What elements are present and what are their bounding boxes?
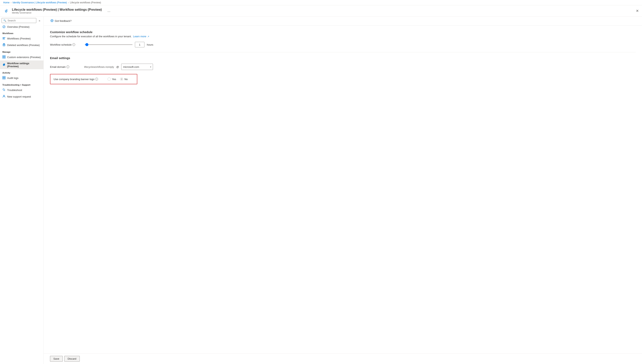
more-options-button[interactable]: ... [106,8,112,14]
svg-rect-13 [3,78,4,79]
feedback-icon [50,19,54,23]
sidebar-section-label-manage: Manage [0,48,44,54]
radio-yes-input[interactable] [108,78,111,81]
sidebar-item-label: Overview (Preview) [7,26,30,28]
dropdown-arrow-icon: ▾ [150,66,151,68]
sidebar-item-overview[interactable]: Overview (Preview) [0,24,44,30]
breadcrumb-sep-1: › [11,2,11,4]
svg-rect-2 [3,38,5,38]
gear-icon [4,9,8,13]
svg-rect-10 [4,57,5,58]
breadcrumb-identity-governance[interactable]: Identity Governance | Lifecycle workflow… [13,1,67,4]
page-subtitle: Identity Governance [12,12,102,14]
svg-point-17 [51,20,53,21]
header-text: Lifecycle workflows (Preview) | Workflow… [12,8,102,14]
workflow-schedule-row: Workflow schedule i 1 hours [50,42,636,48]
close-button[interactable]: ✕ [636,9,639,13]
breadcrumb-sep-2: › [68,2,69,4]
hours-label: hours [147,43,153,46]
radio-no[interactable]: No [120,78,128,81]
troubleshoot-icon [3,88,6,92]
branding-radio-group: Yes No [108,78,128,81]
svg-rect-6 [3,44,5,46]
email-prefix: lifecycleworkflows-noreply [84,66,114,68]
slider-container: 1 hours [85,42,153,48]
svg-rect-4 [3,44,5,44]
domain-select[interactable]: microsoft.com ▾ [121,64,153,70]
sidebar-section-activity: Activity Audit logs [0,69,44,81]
svg-rect-9 [3,57,4,58]
svg-rect-7 [3,56,4,57]
email-domain-info-icon[interactable]: i [67,66,69,68]
svg-rect-3 [3,39,5,39]
at-symbol: @ [116,66,119,68]
new-support-icon [3,95,6,98]
feedback-label: Got feedback? [55,20,72,22]
radio-yes[interactable]: Yes [108,78,116,81]
schedule-slider[interactable] [85,44,133,45]
save-button[interactable]: Save [50,356,63,362]
svg-point-15 [3,95,5,96]
overview-icon [3,25,6,28]
sidebar-item-custom-extensions[interactable]: Custom extensions (Preview) [0,54,44,60]
email-section: Email settings Email domain i lifecyclew… [50,56,636,84]
sidebar-item-deleted-workflows[interactable]: Deleted workflows (Preview) [0,42,44,48]
feedback-button[interactable]: Got feedback? [49,18,74,24]
slider-value-box: 1 [135,42,144,48]
sidebar-item-new-support[interactable]: New support request [0,94,44,100]
workflows-icon [3,37,6,40]
sidebar-item-label: Custom extensions (Preview) [7,56,41,59]
sidebar-item-audit-logs[interactable]: Audit logs [0,75,44,81]
sidebar-item-label: Deleted workflows (Preview) [7,44,40,46]
svg-rect-8 [4,56,5,57]
discard-button[interactable]: Discard [64,356,80,362]
search-input[interactable] [8,19,35,22]
branding-box: Use company branding banner logo i Yes [50,74,137,84]
deleted-workflows-icon [3,43,6,47]
main-toolbar: Got feedback? [44,16,642,26]
learn-more-link[interactable]: Learn more [133,35,146,38]
svg-rect-11 [3,76,4,78]
sidebar-item-troubleshoot[interactable]: Troubleshoot [0,87,44,94]
sidebar: 🔍 « Overview (Preview) Workflows Workflo… [0,16,44,364]
domain-value: microsoft.com [123,66,139,68]
branding-info-icon[interactable]: i [95,78,98,80]
main-content: Customize workflow schedule Configure th… [44,26,642,353]
footer: Save Discard [44,353,642,364]
branding-label: Use company branding banner logo i [54,78,98,81]
schedule-info-icon[interactable]: i [73,43,75,46]
breadcrumb-home[interactable]: Home [3,1,10,4]
sidebar-item-label: Troubleshoot [7,88,22,92]
sidebar-item-workflow-settings[interactable]: Workflow settings (Preview) [0,60,44,69]
breadcrumb-current: Lifecycle workflows (Preview) [70,1,101,4]
main-panel: Got feedback? Customize workflow schedul… [44,16,642,364]
layout: 🔍 « Overview (Preview) Workflows Workflo… [0,16,642,364]
workflow-settings-icon [3,63,6,67]
external-link-icon: ↗ [147,35,149,38]
collapse-sidebar-button[interactable]: « [37,18,42,23]
sidebar-item-label: Audit logs [7,76,19,80]
sidebar-section-workflows: Workflows Workflows (Preview) Deleted wo… [0,30,44,48]
sidebar-item-label: New support request [7,95,31,98]
header-icon [3,8,10,14]
radio-no-input[interactable] [120,78,123,81]
audit-logs-icon [3,76,6,80]
sidebar-item-label: Workflows (Preview) [7,37,31,40]
schedule-title: Customize workflow schedule [50,30,636,34]
search-icon: 🔍 [3,19,6,22]
sidebar-section-troubleshoot: Troubleshooting + Support Troubleshoot N… [0,81,44,100]
radio-yes-label: Yes [112,78,116,81]
email-title: Email settings [50,56,636,60]
svg-rect-14 [4,78,5,79]
search-box[interactable]: 🔍 [2,18,36,23]
schedule-section: Customize workflow schedule Configure th… [50,30,636,48]
svg-rect-12 [4,76,5,78]
email-domain-row: Email domain i lifecycleworkflows-norepl… [50,64,636,70]
breadcrumb: Home › Identity Governance | Lifecycle w… [0,0,642,5]
schedule-desc-text: Configure the schedule for execution of … [50,35,132,38]
page-title: Lifecycle workflows (Preview) | Workflow… [12,8,102,12]
sidebar-item-workflows[interactable]: Workflows (Preview) [0,35,44,42]
schedule-desc: Configure the schedule for execution of … [50,35,636,38]
sidebar-search-row: 🔍 « [0,16,44,24]
email-domain-label: Email domain i [50,66,82,68]
